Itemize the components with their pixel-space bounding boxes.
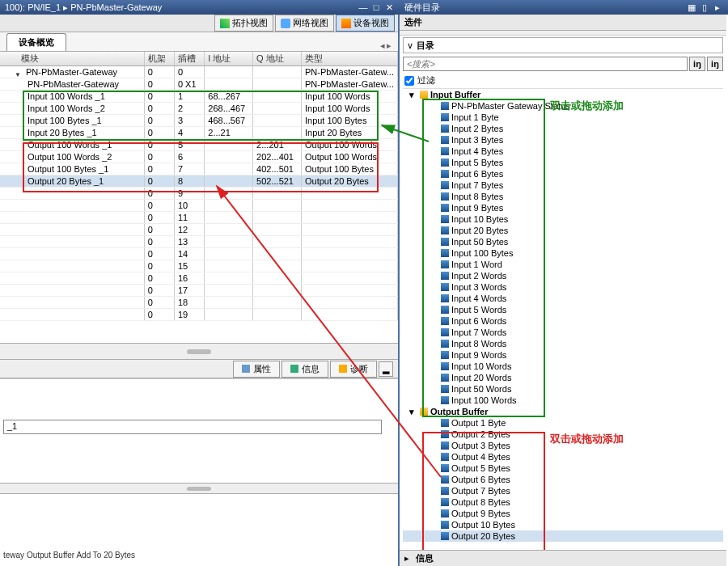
tree-item[interactable]: Input 9 Words xyxy=(403,349,723,361)
table-row[interactable]: Output 100 Bytes _107402...501Output 100… xyxy=(0,163,398,175)
property-collapse-button[interactable]: ▂ xyxy=(379,361,393,377)
tree-item[interactable]: Input 6 Bytes xyxy=(403,168,723,180)
table-row[interactable]: Input 100 Words _202268...467Input 100 W… xyxy=(0,103,398,115)
splitter-handle[interactable] xyxy=(0,343,398,359)
table-row[interactable]: 013 xyxy=(0,236,398,248)
table-row[interactable]: 016 xyxy=(0,272,398,285)
panel-pin-button[interactable]: ▦ xyxy=(686,2,697,13)
property-splitter[interactable] xyxy=(0,483,398,494)
tree-item[interactable]: Input 2 Words xyxy=(403,270,723,281)
table-row[interactable]: Input 100 Bytes _103468...567Input 100 B… xyxy=(0,115,398,127)
tree-item[interactable]: Output 3 Bytes xyxy=(403,440,723,451)
tree-item[interactable]: Input 100 Bytes xyxy=(403,247,723,259)
device-view-button[interactable]: 设备视图 xyxy=(336,15,395,32)
col-qaddr[interactable]: Q 地址 xyxy=(253,52,302,66)
property-name-field[interactable]: _1 xyxy=(3,420,382,434)
table-row[interactable]: 018 xyxy=(0,297,398,309)
table-row[interactable]: Output 100 Words _1052...201Output 100 W… xyxy=(0,139,398,151)
tree-item[interactable]: Output 10 Bytes xyxy=(403,519,723,530)
panel-expand-button[interactable]: ▸ xyxy=(712,2,723,13)
catalog-header[interactable]: ∨ 目录 xyxy=(403,37,723,53)
module-icon xyxy=(441,215,449,223)
module-icon xyxy=(441,328,449,336)
table-row[interactable]: Output 20 Bytes _108502...521Output 20 B… xyxy=(0,175,398,188)
tree-item[interactable]: Input 2 Bytes xyxy=(403,123,723,134)
col-module[interactable]: 模块 xyxy=(0,52,144,66)
scroll-right-button[interactable]: ▸ xyxy=(387,40,392,51)
diagnostics-tab[interactable]: 诊断 xyxy=(330,361,377,378)
table-row[interactable]: Output 100 Words _206202...401Output 100… xyxy=(0,151,398,163)
tree-item[interactable]: Input 50 Words xyxy=(403,383,723,395)
col-slot[interactable]: 插槽 xyxy=(174,52,204,66)
search-up-button[interactable]: iŋ xyxy=(707,57,723,71)
tree-item[interactable]: Input 4 Words xyxy=(403,293,723,304)
table-row[interactable]: 09 xyxy=(0,188,398,200)
info-footer[interactable]: ▸ 信息 xyxy=(400,550,726,566)
table-row[interactable]: PN-PbMaster-Gateway00PN-PbMaster-Gatew..… xyxy=(0,66,398,78)
tree-item[interactable]: Input 5 Bytes xyxy=(403,157,723,168)
tree-item[interactable]: Input 7 Words xyxy=(403,327,723,338)
tree-item[interactable]: Input 1 Byte xyxy=(403,112,723,123)
search-down-button[interactable]: iŋ xyxy=(689,57,705,71)
tree-item[interactable]: Output 7 Bytes xyxy=(403,485,723,496)
tree-item[interactable]: Output 6 Bytes xyxy=(403,474,723,485)
filter-checkbox[interactable] xyxy=(404,76,414,86)
table-row[interactable]: 012 xyxy=(0,224,398,236)
device-overview-tab[interactable]: 设备概览 xyxy=(6,33,66,51)
properties-tab[interactable]: 属性 xyxy=(233,361,280,378)
module-icon xyxy=(441,362,449,370)
catalog-toggle[interactable]: ∨ xyxy=(404,40,417,51)
tree-item[interactable]: Input 50 Bytes xyxy=(403,236,723,247)
col-iaddr[interactable]: I 地址 xyxy=(205,52,253,66)
table-row[interactable]: 011 xyxy=(0,212,398,224)
col-type[interactable]: 类型 xyxy=(301,52,397,66)
catalog-search-input[interactable] xyxy=(403,57,688,71)
tree-item[interactable]: Output 8 Bytes xyxy=(403,496,723,508)
tree-item[interactable]: Input 100 Words xyxy=(403,395,723,406)
topology-view-button[interactable]: 拓扑视图 xyxy=(214,15,273,32)
tree-folder-output[interactable]: ▾Output Buffer xyxy=(403,406,723,417)
table-row[interactable]: 017 xyxy=(0,285,398,297)
tree-item[interactable]: Input 3 Bytes xyxy=(403,134,723,146)
tree-item[interactable]: Input 8 Bytes xyxy=(403,191,723,202)
tree-item[interactable]: Output 5 Bytes xyxy=(403,463,723,474)
network-view-button[interactable]: 网络视图 xyxy=(275,15,334,32)
tree-item[interactable]: Input 20 Bytes xyxy=(403,225,723,236)
scroll-left-button[interactable]: ◂ xyxy=(380,40,385,51)
panel-collapse-button[interactable]: ▯ xyxy=(699,2,710,13)
tree-item[interactable]: Input 5 Words xyxy=(403,304,723,315)
maximize-button[interactable]: □ xyxy=(370,2,382,13)
minimize-button[interactable]: — xyxy=(358,2,369,13)
tree-folder-input[interactable]: ▾Input Buffer xyxy=(403,89,723,100)
tree-item[interactable]: Input 7 Bytes xyxy=(403,180,723,191)
table-row[interactable]: 010 xyxy=(0,200,398,212)
tree-item[interactable]: Output 20 Bytes xyxy=(403,530,723,542)
tree-item[interactable]: Input 20 Words xyxy=(403,372,723,383)
table-row[interactable]: 014 xyxy=(0,248,398,260)
module-icon xyxy=(441,340,449,348)
catalog-tree[interactable]: 双击或拖动添加 双击或拖动添加 ▾Input BufferPN-PbMaster… xyxy=(403,88,723,550)
col-rack[interactable]: 机架 xyxy=(144,52,174,66)
table-row[interactable]: Input 100 Words _10168...267Input 100 Wo… xyxy=(0,91,398,103)
tree-item[interactable]: Output 9 Bytes xyxy=(403,508,723,519)
table-row[interactable]: 019 xyxy=(0,309,398,321)
table-row[interactable]: Input 20 Bytes _1042...21Input 20 Bytes xyxy=(0,127,398,139)
tree-item[interactable]: Input 9 Bytes xyxy=(403,202,723,213)
tree-item[interactable]: Input 1 Word xyxy=(403,259,723,270)
tree-item[interactable]: Output 2 Bytes xyxy=(403,429,723,440)
tree-item[interactable]: Input 3 Words xyxy=(403,281,723,293)
device-table[interactable]: 模块 机架 插槽 I 地址 Q 地址 类型 PN-PbMaster-Gatewa… xyxy=(0,52,398,321)
tree-item[interactable]: Output 4 Bytes xyxy=(403,451,723,463)
table-row[interactable]: 015 xyxy=(0,260,398,272)
tree-item[interactable]: Output 1 Byte xyxy=(403,417,723,429)
info-footer-toggle[interactable]: ▸ xyxy=(404,553,416,564)
tree-item[interactable]: Input 4 Bytes xyxy=(403,146,723,157)
tree-item[interactable]: Input 10 Words xyxy=(403,361,723,372)
tree-item[interactable]: Input 6 Words xyxy=(403,315,723,327)
tree-item[interactable]: Input 10 Bytes xyxy=(403,213,723,225)
tree-item[interactable]: Input 8 Words xyxy=(403,338,723,349)
tree-item[interactable]: PN-PbMaster Gateway Status xyxy=(403,100,723,112)
info-tab[interactable]: 信息 xyxy=(281,361,328,378)
close-button[interactable]: ✕ xyxy=(383,2,395,13)
table-row[interactable]: PN-PbMaster-Gateway00 X1PN-PbMaster-Gate… xyxy=(0,78,398,91)
